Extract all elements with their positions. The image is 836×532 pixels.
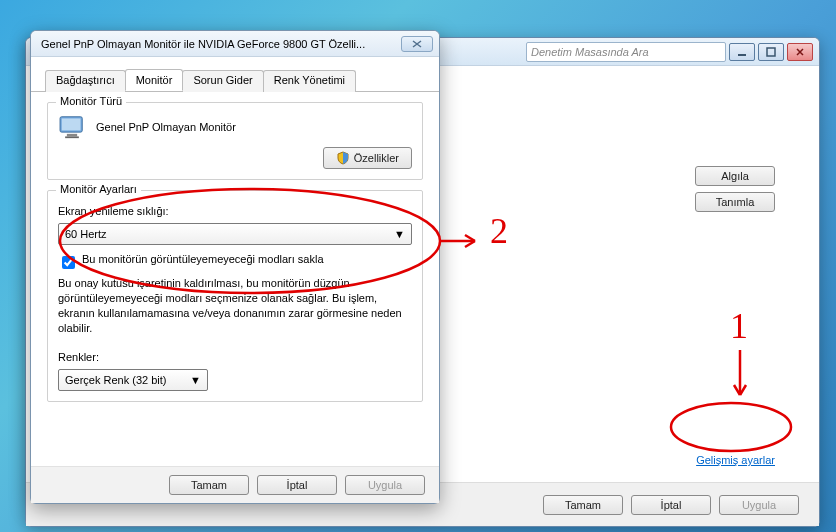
tab-strip: Bağdaştırıcı Monitör Sorun Gider Renk Yö… <box>31 57 439 92</box>
monitor-type-group: Monitör Türü Genel PnP Olmayan Monitör Ö… <box>47 102 423 180</box>
ok-button[interactable]: Tamam <box>169 475 249 495</box>
svg-rect-3 <box>62 118 81 130</box>
monitor-icon <box>58 115 86 139</box>
refresh-rate-dropdown[interactable]: 60 Hertz ▼ <box>58 223 412 245</box>
chevron-down-icon: ▼ <box>394 228 405 240</box>
refresh-rate-value: 60 Hertz <box>65 228 107 240</box>
tab-adapter[interactable]: Bağdaştırıcı <box>45 70 126 92</box>
svg-rect-4 <box>67 134 77 137</box>
detect-button[interactable]: Algıla <box>695 166 775 186</box>
close-icon[interactable] <box>401 36 433 52</box>
tab-troubleshoot[interactable]: Sorun Gider <box>182 70 263 92</box>
group-label: Monitör Ayarları <box>56 183 141 195</box>
group-label: Monitör Türü <box>56 95 126 107</box>
colors-dropdown[interactable]: Gerçek Renk (32 bit) ▼ <box>58 369 208 391</box>
ok-button[interactable]: Tamam <box>543 495 623 515</box>
colors-label: Renkler: <box>58 351 412 363</box>
monitor-settings-group: Monitör Ayarları Ekran yenileme sıklığı:… <box>47 190 423 402</box>
close-button[interactable] <box>787 43 813 61</box>
dialog-titlebar: Genel PnP Olmayan Monitör ile NVIDIA GeF… <box>31 31 439 57</box>
search-placeholder: Denetim Masasında Ara <box>531 46 649 58</box>
properties-button[interactable]: Özellikler <box>323 147 412 169</box>
refresh-rate-label: Ekran yenileme sıklığı: <box>58 205 412 217</box>
minimize-button[interactable] <box>729 43 755 61</box>
search-input[interactable]: Denetim Masasında Ara <box>526 42 726 62</box>
monitor-name: Genel PnP Olmayan Monitör <box>96 121 236 133</box>
hide-modes-label: Bu monitörün görüntüleyemeyeceği modları… <box>82 253 324 265</box>
cancel-button[interactable]: İptal <box>631 495 711 515</box>
chevron-down-icon: ▼ <box>190 374 201 386</box>
svg-rect-0 <box>738 54 746 56</box>
cancel-button[interactable]: İptal <box>257 475 337 495</box>
svg-rect-5 <box>65 136 79 138</box>
shield-icon <box>336 151 350 165</box>
monitor-properties-dialog: Genel PnP Olmayan Monitör ile NVIDIA GeF… <box>30 30 440 504</box>
apply-button[interactable]: Uygula <box>719 495 799 515</box>
hide-modes-description: Bu onay kutusu işaretinin kaldırılması, … <box>58 276 412 335</box>
dialog-button-bar: Tamam İptal Uygula <box>31 466 439 503</box>
identify-button[interactable]: Tanımla <box>695 192 775 212</box>
apply-button[interactable]: Uygula <box>345 475 425 495</box>
tab-body: Monitör Türü Genel PnP Olmayan Monitör Ö… <box>31 92 439 420</box>
advanced-settings-link[interactable]: Gelişmiş ayarlar <box>696 454 775 466</box>
maximize-button[interactable] <box>758 43 784 61</box>
colors-value: Gerçek Renk (32 bit) <box>65 374 166 386</box>
tab-monitor[interactable]: Monitör <box>125 69 184 91</box>
properties-button-label: Özellikler <box>354 152 399 164</box>
svg-rect-1 <box>767 48 775 56</box>
dialog-title: Genel PnP Olmayan Monitör ile NVIDIA GeF… <box>37 38 401 50</box>
hide-modes-checkbox[interactable] <box>62 256 75 269</box>
tab-color-management[interactable]: Renk Yönetimi <box>263 70 356 92</box>
